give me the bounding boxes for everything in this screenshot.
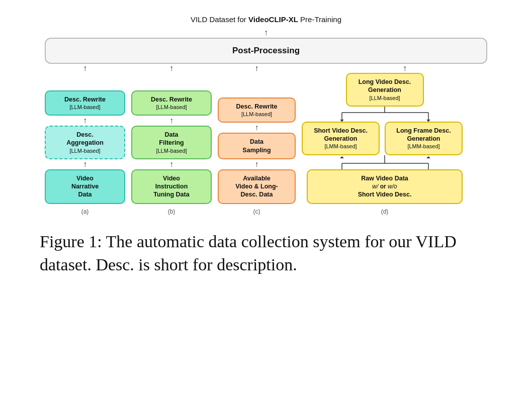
diagram-title: VILD Dataset for VideoCLIP-XL Pre-Traini…	[191, 15, 341, 24]
merge-arrows	[302, 155, 468, 169]
col-c-top-sub: [LLM-based]	[224, 111, 290, 118]
col-d-top-sub: [LLM-based]	[352, 94, 418, 102]
arrow-c: ↑	[218, 64, 296, 73]
col-d-label: (d)	[381, 208, 389, 215]
column-d: Long Video Desc.Generation [LLM-based]	[302, 73, 468, 215]
col-b-bot-node: VideoInstructionTuning Data	[131, 169, 212, 204]
col-d2-mid-node: Long Frame Desc.Generation [LMM-based]	[385, 122, 463, 155]
col-b-mid-node: DataFiltering [LLM-based]	[131, 126, 212, 159]
col-a-top-label: Desc. Rewrite	[64, 96, 106, 103]
col-c-arrow-1: ↑	[255, 123, 259, 133]
post-processing-row: Post-Processing	[25, 38, 507, 64]
col-d-inner: Short Video Desc.Generation [LMM-based] …	[302, 122, 468, 155]
diagram-container: VILD Dataset for VideoCLIP-XL Pre-Traini…	[25, 15, 507, 215]
column-c: Desc. Rewrite [LLM-based] ↑ DataSampling…	[218, 97, 296, 215]
arrow-a: ↑	[45, 64, 125, 73]
col-a-arrow-1: ↑	[83, 116, 87, 126]
col-c-top-node: Desc. Rewrite [LLM-based]	[218, 97, 296, 123]
col-c-label: (c)	[253, 208, 260, 215]
column-b: Desc. Rewrite [LLM-based] ↑ DataFilterin…	[131, 90, 212, 215]
col-d-top: Long Video Desc.Generation [LLM-based]	[302, 73, 468, 122]
col-d1: Short Video Desc.Generation [LMM-based]	[302, 122, 380, 155]
col-d-top-node: Long Video Desc.Generation [LLM-based]	[346, 73, 424, 107]
col-d2: Long Frame Desc.Generation [LMM-based]	[385, 122, 463, 155]
col-b-label: (b)	[168, 208, 175, 215]
col-d1-mid-node: Short Video Desc.Generation [LMM-based]	[302, 122, 380, 155]
svg-marker-10	[340, 156, 344, 158]
title-model: VideoCLIP-XL	[248, 15, 298, 24]
col-b-mid-sub: [LLM-based]	[137, 147, 206, 154]
title-prefix: VILD Dataset for	[191, 15, 248, 24]
svg-marker-4	[340, 120, 344, 122]
post-processing-box: Post-Processing	[45, 38, 487, 64]
col-a-bot-node: VideoNarrativeData	[45, 169, 125, 204]
column-a: Desc. Rewrite [LLM-based] ↑ Desc.Aggrega…	[45, 90, 125, 215]
arrows-from-post: ↑ ↑ ↑ ↑	[45, 64, 487, 73]
post-processing-label: Post-Processing	[232, 46, 300, 55]
col-a-arrow-2: ↑	[83, 159, 87, 169]
fork-arrows	[302, 107, 468, 122]
col-b-top-node: Desc. Rewrite [LLM-based]	[131, 90, 212, 116]
col-c-arrow-2: ↑	[255, 159, 259, 169]
col-b-top-sub: [LLM-based]	[137, 104, 206, 111]
arrow-to-title: ↑	[264, 28, 268, 38]
col-a-top-node: Desc. Rewrite [LLM-based]	[45, 90, 125, 116]
col-b-arrow-2: ↑	[169, 159, 173, 169]
figure-caption: Figure 1: The automatic data collection …	[40, 230, 492, 276]
col-b-top-label: Desc. Rewrite	[151, 96, 192, 103]
arrow-b: ↑	[131, 64, 212, 73]
svg-marker-11	[426, 156, 430, 158]
col-c-top-label: Desc. Rewrite	[236, 103, 278, 110]
col-c-bot-node: AvailableVideo & Long-Desc. Data	[218, 169, 296, 204]
title-suffix: Pre-Training	[298, 15, 341, 24]
col-a-mid-node: Desc.Aggregation [LLM-based]	[45, 126, 125, 159]
columns-area: Desc. Rewrite [LLM-based] ↑ Desc.Aggrega…	[45, 73, 487, 215]
arrow-d: ↑	[302, 64, 468, 73]
col-a-label: (a)	[81, 208, 89, 215]
col-a-top-sub: [LLM-based]	[51, 104, 119, 111]
caption-text: Figure 1: The automatic data collection …	[40, 232, 457, 274]
col-d-bot-node: Raw Video Data w/ or w/o Short Video Des…	[307, 169, 463, 204]
col-c-mid-node: DataSampling	[218, 133, 296, 159]
col-a-mid-sub: [LLM-based]	[51, 147, 119, 154]
svg-marker-5	[426, 120, 430, 122]
col-b-arrow-1: ↑	[169, 116, 173, 126]
